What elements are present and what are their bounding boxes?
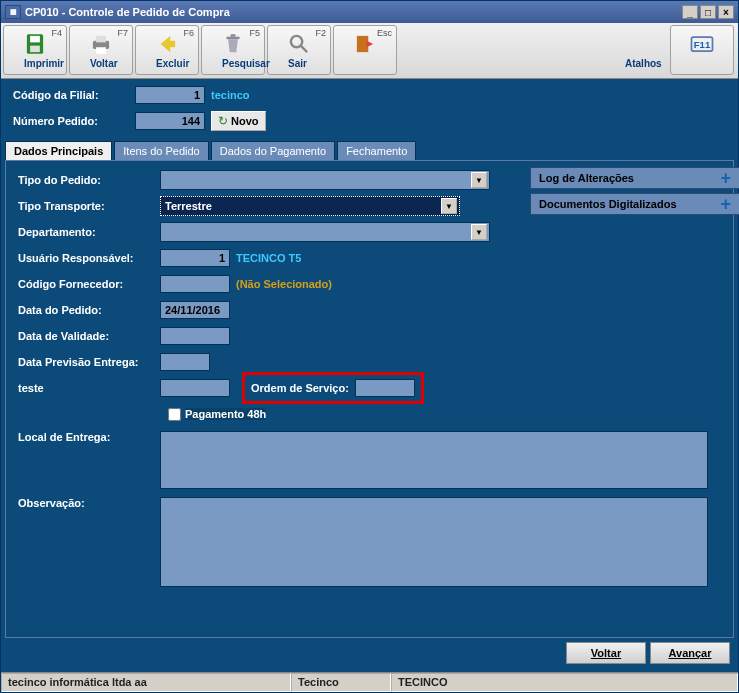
back-arrow-icon [153, 31, 181, 57]
bottom-button-bar: Voltar Avançar [5, 638, 734, 668]
save-icon [21, 31, 49, 57]
log-alteracoes-button[interactable]: Log de Alterações + [530, 167, 739, 189]
print-icon [87, 31, 115, 57]
svg-point-8 [291, 36, 302, 47]
titlebar: ▦ CP010 - Controle de Pedido de Compra _… [1, 1, 738, 23]
svg-rect-7 [231, 34, 236, 36]
svg-line-9 [301, 46, 308, 53]
observacao-textarea[interactable] [160, 497, 708, 587]
svg-rect-1 [30, 36, 40, 43]
app-window: ▦ CP010 - Controle de Pedido de Compra _… [0, 0, 739, 693]
maximize-button[interactable]: □ [700, 5, 716, 19]
plus-icon: + [720, 194, 731, 215]
data-pedido-label: Data do Pedido: [10, 304, 160, 316]
pagamento48h-checkbox[interactable] [168, 408, 181, 421]
voltar-button[interactable]: Voltar [566, 642, 646, 664]
usuario-name: TECINCO T5 [236, 252, 301, 264]
data-pedido-input[interactable] [160, 301, 230, 319]
sair-button[interactable]: Esc Sair [333, 25, 397, 75]
trash-icon [219, 31, 247, 57]
teste-label: teste [10, 382, 160, 394]
data-validade-input[interactable] [160, 327, 230, 345]
usuario-label: Usuário Responsável: [10, 252, 160, 264]
plus-icon: + [720, 168, 731, 189]
search-icon [285, 31, 313, 57]
chevron-down-icon[interactable]: ▼ [441, 198, 457, 214]
departamento-label: Departamento: [10, 226, 160, 238]
chevron-down-icon[interactable]: ▼ [471, 224, 487, 240]
usuario-input[interactable] [160, 249, 230, 267]
ordem-servico-highlight: Ordem de Serviço: [242, 372, 424, 404]
filial-input[interactable] [135, 86, 205, 104]
tipo-transporte-select[interactable]: Terrestre ▼ [160, 196, 460, 216]
content-area: Código da Filial: tecinco Número Pedido:… [1, 79, 738, 672]
pedido-label: Número Pedido: [5, 115, 135, 127]
observacao-label: Observação: [10, 497, 160, 509]
app-icon: ▦ [5, 5, 21, 19]
teste-input[interactable] [160, 379, 230, 397]
tab-itens-pedido[interactable]: Itens do Pedido [114, 141, 208, 160]
pedido-input[interactable] [135, 112, 205, 130]
status-name1: Tecinco [291, 673, 391, 692]
tab-body: Tipo do Pedido: ▼ Tipo Transporte: Terre… [5, 160, 734, 638]
tab-fechamento[interactable]: Fechamento [337, 141, 416, 160]
chevron-down-icon[interactable]: ▼ [471, 172, 487, 188]
ordem-servico-label: Ordem de Serviço: [251, 382, 349, 394]
status-name2: TECINCO [391, 673, 738, 692]
svg-rect-2 [30, 46, 40, 53]
minimize-button[interactable]: _ [682, 5, 698, 19]
fornecedor-name: (Não Selecionado) [236, 278, 332, 290]
documentos-button[interactable]: Documentos Digitalizados + [530, 193, 739, 215]
main-toolbar: F4 Gravar F7 Imprimir F6 Voltar F5 E [1, 23, 738, 79]
filial-label: Código da Filial: [5, 89, 135, 101]
atalhos-button[interactable]: F11 Atalhos [670, 25, 734, 75]
svg-rect-4 [96, 36, 106, 43]
tipo-transporte-label: Tipo Transporte: [10, 200, 160, 212]
close-button[interactable]: × [718, 5, 734, 19]
window-title: CP010 - Controle de Pedido de Compra [25, 6, 682, 18]
tipo-pedido-select[interactable]: ▼ [160, 170, 490, 190]
avancar-button[interactable]: Avançar [650, 642, 730, 664]
svg-rect-6 [227, 37, 240, 39]
local-entrega-textarea[interactable] [160, 431, 708, 489]
svg-text:F11: F11 [694, 39, 711, 50]
ordem-servico-input[interactable] [355, 379, 415, 397]
shortcuts-icon: F11 [688, 31, 716, 57]
pagamento48h-label: Pagamento 48h [185, 408, 266, 420]
filial-name: tecinco [211, 89, 250, 101]
svg-rect-5 [96, 47, 106, 54]
status-company: tecinco informática ltda aa [1, 673, 291, 692]
data-previsao-input[interactable] [160, 353, 210, 371]
tab-dados-pagamento[interactable]: Dados do Pagamento [211, 141, 335, 160]
status-bar: tecinco informática ltda aa Tecinco TECI… [1, 672, 738, 692]
refresh-icon: ↻ [218, 114, 228, 128]
svg-rect-10 [357, 36, 368, 52]
departamento-select[interactable]: ▼ [160, 222, 490, 242]
fornecedor-input[interactable] [160, 275, 230, 293]
local-entrega-label: Local de Entrega: [10, 431, 160, 443]
tab-dados-principais[interactable]: Dados Principais [5, 141, 112, 160]
tab-strip: Dados Principais Itens do Pedido Dados d… [5, 141, 734, 160]
tipo-pedido-label: Tipo do Pedido: [10, 174, 160, 186]
fornecedor-label: Código Fornecedor: [10, 278, 160, 290]
exit-icon [351, 31, 379, 57]
novo-button[interactable]: ↻ Novo [211, 111, 266, 131]
data-validade-label: Data de Validade: [10, 330, 160, 342]
data-previsao-label: Data Previsão Entrega: [10, 356, 160, 368]
